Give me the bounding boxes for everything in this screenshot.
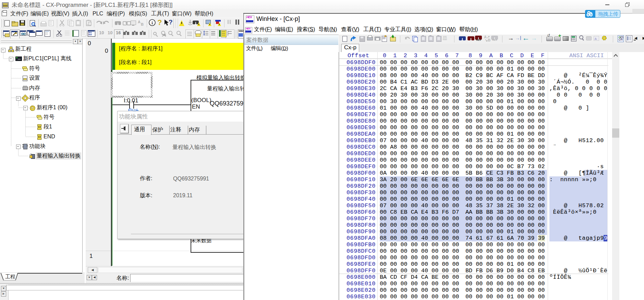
svg-text:i: i: [151, 20, 153, 25]
